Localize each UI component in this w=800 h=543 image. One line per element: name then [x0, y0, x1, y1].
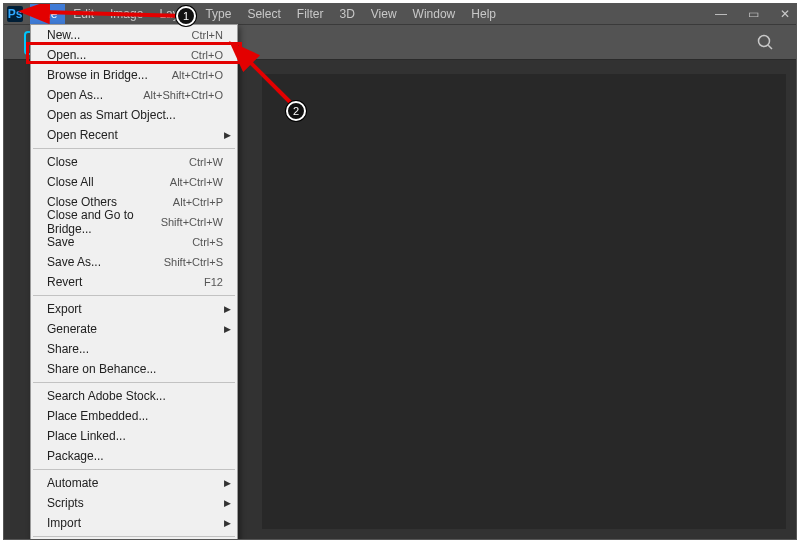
menu-item-label: Close Others — [47, 195, 117, 209]
menu-item-label: Import — [47, 516, 81, 530]
chevron-right-icon: ▶ — [224, 324, 231, 334]
menu-image[interactable]: Image — [102, 4, 151, 24]
close-button[interactable]: ✕ — [778, 7, 792, 21]
window-controls: — ▭ ✕ — [714, 4, 792, 24]
menu-item-label: Close All — [47, 175, 94, 189]
menu-item-label: Scripts — [47, 496, 84, 510]
menu-item-shortcut: Ctrl+N — [192, 29, 223, 41]
menu-item-label: Generate — [47, 322, 97, 336]
menu-item-label: Export — [47, 302, 82, 316]
menu-separator — [33, 148, 235, 149]
menu-item-label: Open... — [47, 48, 86, 62]
minimize-button[interactable]: — — [714, 7, 728, 21]
menu-item-browse-in-bridge[interactable]: Browse in Bridge...Alt+Ctrl+O — [31, 65, 237, 85]
menu-item-label: Save — [47, 235, 74, 249]
menu-item-package[interactable]: Package... — [31, 446, 237, 466]
menu-item-automate[interactable]: Automate▶ — [31, 473, 237, 493]
menu-item-import[interactable]: Import▶ — [31, 513, 237, 533]
menu-item-shortcut: Alt+Ctrl+P — [173, 196, 223, 208]
menu-item-label: Open As... — [47, 88, 103, 102]
menu-item-open[interactable]: Open...Ctrl+O — [31, 45, 237, 65]
menu-help[interactable]: Help — [463, 4, 504, 24]
menu-item-share[interactable]: Share... — [31, 339, 237, 359]
svg-line-3 — [768, 45, 772, 49]
menu-item-search-adobe-stock[interactable]: Search Adobe Stock... — [31, 386, 237, 406]
chevron-right-icon: ▶ — [224, 518, 231, 528]
chevron-right-icon: ▶ — [224, 498, 231, 508]
menu-bar: Ps FileEditImageLayerTypeSelectFilter3DV… — [4, 4, 796, 24]
menu-item-close[interactable]: CloseCtrl+W — [31, 152, 237, 172]
menu-item-shortcut: F12 — [204, 276, 223, 288]
menu-item-place-embedded[interactable]: Place Embedded... — [31, 406, 237, 426]
menu-item-label: Open Recent — [47, 128, 118, 142]
menu-item-share-on-behance[interactable]: Share on Behance... — [31, 359, 237, 379]
menu-item-save[interactable]: SaveCtrl+S — [31, 232, 237, 252]
menu-select[interactable]: Select — [239, 4, 288, 24]
app-logo-icon: Ps — [6, 5, 24, 23]
menu-item-shortcut: Ctrl+W — [189, 156, 223, 168]
chevron-right-icon: ▶ — [224, 478, 231, 488]
menu-item-open-recent[interactable]: Open Recent▶ — [31, 125, 237, 145]
menu-item-label: Automate — [47, 476, 98, 490]
menu-item-close-all[interactable]: Close AllAlt+Ctrl+W — [31, 172, 237, 192]
menu-window[interactable]: Window — [405, 4, 464, 24]
menu-separator — [33, 469, 235, 470]
file-menu-dropdown: New...Ctrl+NOpen...Ctrl+OBrowse in Bridg… — [30, 24, 238, 540]
menu-3d[interactable]: 3D — [331, 4, 362, 24]
menu-view[interactable]: View — [363, 4, 405, 24]
menu-item-label: Close — [47, 155, 78, 169]
menu-separator — [33, 295, 235, 296]
menu-item-shortcut: Ctrl+O — [191, 49, 223, 61]
menu-separator — [33, 536, 235, 537]
menu-item-shortcut: Shift+Ctrl+S — [164, 256, 223, 268]
menu-item-close-and-go-to-bridge[interactable]: Close and Go to Bridge...Shift+Ctrl+W — [31, 212, 237, 232]
menu-item-label: Revert — [47, 275, 82, 289]
menu-filter[interactable]: Filter — [289, 4, 332, 24]
menu-separator — [33, 382, 235, 383]
menu-item-label: Search Adobe Stock... — [47, 389, 166, 403]
menu-item-label: Place Embedded... — [47, 409, 148, 423]
menu-item-shortcut: Shift+Ctrl+W — [161, 216, 223, 228]
menu-item-label: Share on Behance... — [47, 362, 156, 376]
chevron-right-icon: ▶ — [224, 130, 231, 140]
app-window: Ps FileEditImageLayerTypeSelectFilter3DV… — [3, 3, 797, 540]
menu-edit[interactable]: Edit — [65, 4, 102, 24]
menu-item-scripts[interactable]: Scripts▶ — [31, 493, 237, 513]
menu-item-label: Save As... — [47, 255, 101, 269]
menu-item-open-as[interactable]: Open As...Alt+Shift+Ctrl+O — [31, 85, 237, 105]
menu-item-shortcut: Ctrl+S — [192, 236, 223, 248]
menu-item-open-as-smart-object[interactable]: Open as Smart Object... — [31, 105, 237, 125]
menu-item-label: Browse in Bridge... — [47, 68, 148, 82]
menu-item-new[interactable]: New...Ctrl+N — [31, 25, 237, 45]
menu-item-label: Share... — [47, 342, 89, 356]
document-area — [262, 74, 786, 529]
search-icon[interactable] — [756, 33, 774, 54]
menu-item-shortcut: Alt+Shift+Ctrl+O — [143, 89, 223, 101]
svg-point-2 — [759, 36, 770, 47]
svg-text:Ps: Ps — [8, 7, 23, 21]
menu-item-save-as[interactable]: Save As...Shift+Ctrl+S — [31, 252, 237, 272]
menu-item-label: Package... — [47, 449, 104, 463]
menu-item-shortcut: Alt+Ctrl+W — [170, 176, 223, 188]
menu-file[interactable]: File — [30, 4, 65, 24]
menu-item-revert[interactable]: RevertF12 — [31, 272, 237, 292]
menu-type[interactable]: Type — [197, 4, 239, 24]
annotation-badge-2: 2 — [286, 101, 306, 121]
menu-item-label: New... — [47, 28, 80, 42]
menu-item-generate[interactable]: Generate▶ — [31, 319, 237, 339]
menu-item-place-linked[interactable]: Place Linked... — [31, 426, 237, 446]
maximize-button[interactable]: ▭ — [746, 7, 760, 21]
menu-item-shortcut: Alt+Ctrl+O — [172, 69, 223, 81]
chevron-right-icon: ▶ — [224, 304, 231, 314]
menu-item-label: Open as Smart Object... — [47, 108, 176, 122]
menu-item-label: Place Linked... — [47, 429, 126, 443]
annotation-badge-1: 1 — [176, 6, 196, 26]
menu-item-export[interactable]: Export▶ — [31, 299, 237, 319]
